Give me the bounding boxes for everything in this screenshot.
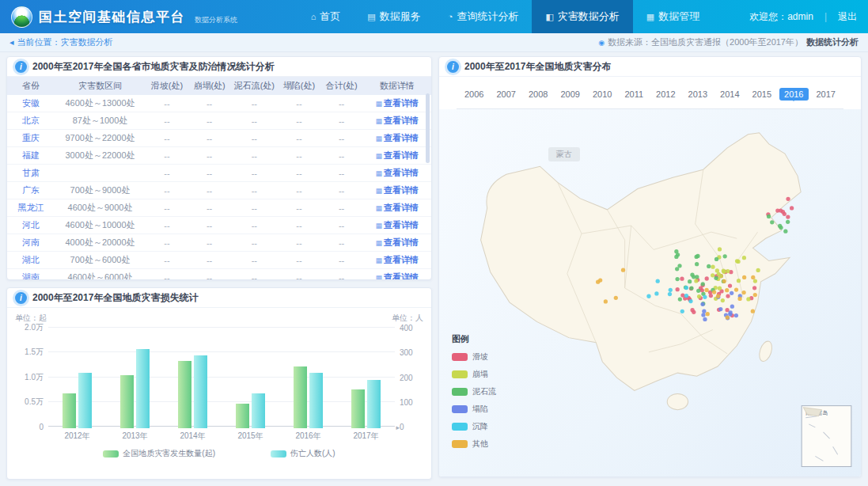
table-row: 福建3000处～22000处----------▦查看详情 — [7, 147, 431, 165]
nav-tab-数据服务[interactable]: ▤数据服务 — [354, 0, 434, 33]
province-link[interactable]: 湖南 — [7, 269, 55, 281]
range-cell — [55, 165, 146, 182]
view-detail-link[interactable]: ▦查看详情 — [362, 269, 431, 281]
year-button-2014[interactable]: 2014 — [715, 88, 744, 101]
province-link[interactable]: 福建 — [7, 147, 55, 165]
view-detail-link[interactable]: ▦查看详情 — [362, 165, 431, 182]
view-detail-link[interactable]: ▦查看详情 — [362, 199, 431, 217]
scatter-point-其他 — [734, 287, 738, 291]
scatter-point-泥石流 — [688, 279, 692, 283]
value-cell: -- — [278, 199, 320, 217]
dot-icon: ◉ — [598, 39, 605, 47]
province-link[interactable]: 重庆 — [7, 130, 55, 147]
plot-area: ▸ — [48, 327, 395, 428]
province-link[interactable]: 湖北 — [7, 252, 55, 269]
logout-button[interactable]: 退出 — [838, 10, 857, 24]
scatter-point-崩塌 — [722, 269, 726, 273]
table-scrollbar[interactable] — [426, 93, 430, 163]
scatter-point-泥石流 — [675, 267, 679, 271]
bar — [252, 393, 265, 428]
year-button-2007[interactable]: 2007 — [491, 88, 520, 101]
x-tick-label: 2016年 — [279, 431, 337, 442]
view-detail-link[interactable]: ▦查看详情 — [362, 112, 431, 130]
scatter-point-塌陷 — [734, 313, 738, 317]
value-cell: -- — [146, 130, 188, 147]
value-cell: -- — [320, 130, 363, 147]
year-button-2009[interactable]: 2009 — [555, 88, 584, 101]
breadcrumb: ◂ 当前位置：灾害数据分析 — [9, 36, 113, 48]
legend-swatch — [452, 405, 468, 413]
view-detail-link[interactable]: ▦查看详情 — [362, 147, 431, 165]
value-cell: -- — [230, 182, 278, 199]
year-button-2013[interactable]: 2013 — [684, 88, 712, 101]
scatter-point-崩塌 — [746, 297, 750, 301]
view-detail-link[interactable]: ▦查看详情 — [362, 252, 431, 269]
view-detail-link[interactable]: ▦查看详情 — [362, 217, 431, 234]
year-button-2016[interactable]: 2016 — [779, 88, 808, 101]
province-link[interactable]: 安徽 — [7, 95, 55, 112]
nav-tab-首页[interactable]: ⌂首页 — [298, 0, 354, 33]
province-link[interactable]: 广东 — [7, 182, 55, 199]
scatter-point-塌陷 — [729, 310, 733, 314]
detail-icon: ▦ — [375, 152, 382, 160]
legend-label: 泥石流 — [472, 386, 496, 397]
map-legend-item-沉降[interactable]: 沉降 — [452, 421, 496, 432]
map-legend: 图例 滑坡崩塌泥石流塌陷沉降其他 — [452, 333, 496, 456]
table-row: 湖南4600处～6000处----------▦查看详情 — [7, 269, 431, 281]
year-button-2017[interactable]: 2017 — [812, 88, 840, 101]
nav-tab-查询统计分析[interactable]: ◔查询统计分析 — [434, 0, 533, 33]
map-legend-item-滑坡[interactable]: 滑坡 — [452, 351, 496, 363]
range-cell: 4600处～13000处 — [55, 95, 146, 112]
legend-item[interactable]: 全国地质灾害发生数量(起) — [103, 448, 215, 459]
province-link[interactable]: 甘肃 — [7, 165, 55, 182]
year-button-2006[interactable]: 2006 — [460, 88, 488, 101]
value-cell: -- — [188, 182, 231, 199]
map-legend-item-崩塌[interactable]: 崩塌 — [452, 369, 496, 380]
range-cell: 3000处～22000处 — [55, 147, 146, 165]
value-cell: -- — [146, 234, 188, 252]
map-legend-item-其他[interactable]: 其他 — [452, 439, 496, 450]
y-tick-label: 100 — [400, 397, 413, 406]
scatter-point-沉降 — [654, 291, 658, 295]
chart-legend: 全国地质灾害发生数量(起)伤亡人数(人) — [13, 442, 425, 462]
china-map[interactable]: 南海诸岛 蒙古 图例 滑坡崩塌泥石流塌陷沉降其他 — [439, 109, 861, 477]
map-legend-item-泥石流[interactable]: 泥石流 — [452, 386, 496, 397]
view-detail-link[interactable]: ▦查看详情 — [362, 182, 431, 199]
year-button-2010[interactable]: 2010 — [588, 88, 616, 101]
bar — [178, 361, 191, 428]
bar-group — [222, 327, 279, 428]
province-link[interactable]: 黑龙江 — [7, 199, 55, 217]
map-legend-item-塌陷[interactable]: 塌陷 — [452, 404, 496, 415]
value-cell: -- — [188, 234, 231, 252]
scatter-point-泥石流 — [695, 262, 699, 266]
nav-tab-数据管理[interactable]: ▦数据管理 — [633, 0, 713, 33]
hainan-island — [667, 393, 688, 409]
legend-item[interactable]: 伤亡人数(人) — [271, 448, 335, 459]
data-source-note: ◉ 数据来源：全国地质灾害通报（2000年至2017年） 数据统计分析 — [598, 36, 859, 48]
province-link[interactable]: 北京 — [7, 112, 55, 130]
year-button-2008[interactable]: 2008 — [524, 88, 552, 101]
year-button-2012[interactable]: 2012 — [651, 88, 680, 101]
province-link[interactable]: 河北 — [7, 217, 55, 234]
year-button-2015[interactable]: 2015 — [748, 88, 776, 101]
province-link[interactable]: 河南 — [7, 234, 55, 252]
scatter-point-滑坡 — [726, 294, 730, 298]
table-row: 甘肃----------▦查看详情 — [7, 165, 431, 182]
value-cell: -- — [320, 95, 363, 112]
y-axis-left: 2.0万1.5万1.0万0.5万0 — [13, 327, 48, 428]
legend-swatch — [452, 388, 468, 396]
value-cell: -- — [188, 147, 231, 165]
range-cell: 87处～1000处 — [55, 112, 146, 130]
view-detail-link[interactable]: ▦查看详情 — [362, 234, 431, 252]
y-tick-label: 1.5万 — [25, 347, 44, 358]
value-cell: -- — [230, 217, 278, 234]
value-cell: -- — [230, 147, 278, 165]
year-button-2011[interactable]: 2011 — [620, 88, 648, 101]
view-detail-link[interactable]: ▦查看详情 — [362, 95, 431, 112]
china-map-svg: 南海诸岛 — [439, 109, 861, 477]
scatter-point-泥石流 — [707, 264, 711, 268]
nav-tab-灾害数据分析[interactable]: ◧灾害数据分析 — [532, 0, 632, 33]
view-detail-link[interactable]: ▦查看详情 — [362, 130, 431, 147]
column-header: 崩塌(处) — [188, 77, 231, 95]
bar-chart[interactable]: 单位：起 单位：人 2.0万1.5万1.0万0.5万0 ▸ 4003002001… — [7, 308, 431, 479]
